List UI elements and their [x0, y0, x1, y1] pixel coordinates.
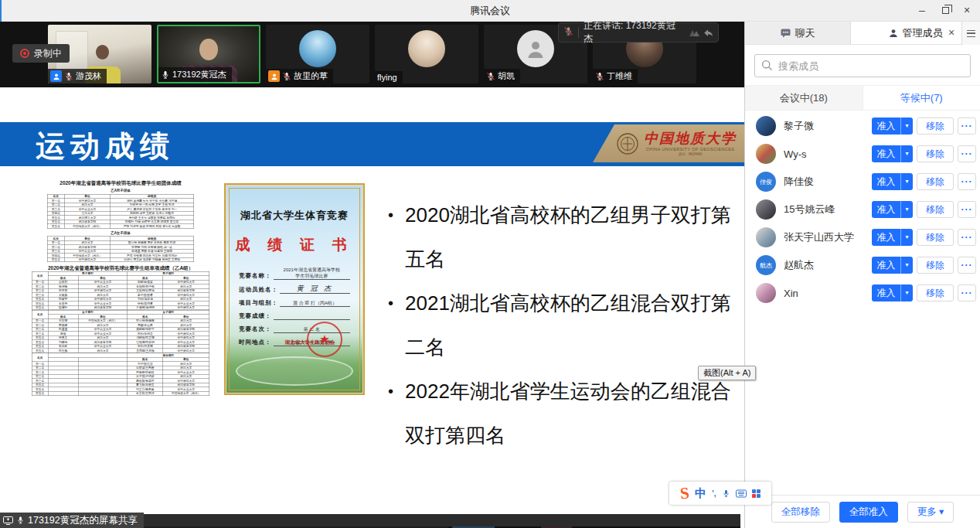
- maximize-restore-button[interactable]: [934, 0, 957, 22]
- ime-toolbar[interactable]: S 中 ’,: [669, 482, 771, 505]
- row-more-button[interactable]: ···: [958, 257, 976, 274]
- video-tile-2[interactable]: 173192黄冠杰: [157, 25, 260, 83]
- tab-chat-label: 聊天: [795, 26, 815, 40]
- member-avatar: [756, 283, 776, 303]
- ime-toolbox-icon[interactable]: [752, 489, 761, 498]
- panel-more-button[interactable]: ···: [925, 22, 944, 45]
- row-more-button[interactable]: ···: [958, 229, 976, 246]
- shared-screen-area: 游茂林173192黄冠杰故里的草flying胡凯丁维维 录制中 正在讲话: 17…: [0, 22, 744, 528]
- university-campus: 武汉 · WUHAN: [644, 152, 737, 156]
- sogou-logo-icon[interactable]: S: [679, 483, 690, 503]
- record-dot-icon: [20, 49, 29, 58]
- member-avatar: 航杰: [756, 255, 776, 275]
- remove-button[interactable]: 移除: [917, 257, 954, 274]
- certificate-field-value: 黄 冠 杰: [280, 284, 350, 294]
- tab-chat[interactable]: 聊天: [745, 22, 851, 44]
- close-button[interactable]: ×: [955, 0, 978, 22]
- participant-name-badge: 丁维维: [593, 69, 638, 83]
- bullet-item: 2022年湖北省学生运动会的乙组混合双打第四名: [386, 370, 738, 458]
- subtab-in-meeting[interactable]: 会议中(18): [745, 86, 863, 110]
- more-button[interactable]: 更多 ▾: [907, 502, 954, 523]
- remove-button[interactable]: 移除: [917, 201, 954, 218]
- window-titlebar: 腾讯会议 – ×: [0, 0, 980, 22]
- certificate-field-value: [274, 319, 351, 320]
- admit-button[interactable]: 准入▾: [872, 173, 913, 190]
- chevron-down-icon[interactable]: ▾: [900, 145, 913, 162]
- certificate-field: 运动员姓名：黄 冠 杰: [239, 284, 350, 294]
- tencent-meeting-window: 腾讯会议 – × 游茂林173192黄冠杰故里的草flying胡凯丁维维 录制中…: [0, 0, 980, 528]
- ime-language-toggle[interactable]: 中: [695, 486, 706, 501]
- ime-punctuation-toggle[interactable]: ’,: [712, 489, 716, 498]
- admit-label: 准入: [872, 231, 900, 244]
- admit-button[interactable]: 准入▾: [872, 229, 913, 246]
- admit-button[interactable]: 准入▾: [872, 201, 913, 218]
- admit-label: 准入: [872, 203, 900, 216]
- certificate-field-value: 混 合 双 打（丙A组）: [280, 301, 350, 308]
- speaking-indicator: 正在讲话: 173192黄冠杰: [558, 22, 719, 43]
- chevron-down-icon[interactable]: ▾: [900, 229, 913, 246]
- participant-name: flying: [377, 73, 397, 82]
- men-singles-doubles-table: 名次男子单打男子双打姓名单位姓名单位第一名全政烈华中农业大学胡晓/俞俊鑫华中师范…: [32, 271, 209, 310]
- member-name: 张天宇山西大学: [784, 230, 854, 244]
- remove-button[interactable]: 移除: [917, 284, 954, 301]
- chevron-down-icon[interactable]: ▾: [900, 201, 913, 218]
- remove-button[interactable]: 移除: [917, 145, 954, 162]
- admit-button[interactable]: 准入▾: [872, 257, 913, 274]
- row-more-button[interactable]: ···: [958, 284, 976, 301]
- divider: [578, 27, 579, 38]
- annotation-arrows[interactable]: [689, 27, 713, 38]
- admit-button[interactable]: 准入▾: [872, 284, 913, 301]
- table-title-team: 2020年湖北省普通高等学校羽毛球比赛学生组团体成绩: [28, 179, 213, 186]
- minimize-button[interactable]: –: [910, 0, 934, 22]
- mic-muted-icon: [595, 72, 604, 81]
- admit-all-button[interactable]: 全部准入: [839, 502, 898, 523]
- chevron-down-icon[interactable]: ▾: [900, 284, 913, 301]
- chat-bubble-icon: [781, 29, 791, 38]
- certificate-field-label: 运动员姓名：: [239, 286, 278, 294]
- participant-name: 胡凯: [498, 70, 515, 82]
- row-more-button[interactable]: ···: [958, 201, 976, 218]
- chevron-down-icon[interactable]: ▾: [900, 257, 913, 274]
- video-tile-4[interactable]: flying: [375, 25, 478, 83]
- certificate-org-title: 湖北省大学生体育竞赛: [230, 209, 359, 223]
- remove-button[interactable]: 移除: [917, 173, 954, 190]
- women-team-table: 名次单位运动员第一名武汉大学图心怡 杨慧琳 周舒 李悦然 唐蕊 陈语第二名武汉体…: [47, 237, 194, 263]
- remove-all-button[interactable]: 全部移除: [771, 502, 830, 523]
- member-row-5: 张天宇山西大学准入▾移除···: [745, 223, 980, 251]
- member-name: 黎子微: [784, 119, 814, 133]
- remove-button[interactable]: 移除: [917, 229, 954, 246]
- slide-title-banner: 运动成绩 中国地质大学 CHINA UNIVERSITY OF GEOSCIEN…: [0, 122, 744, 166]
- row-more-button[interactable]: ···: [958, 173, 976, 190]
- row-more-button[interactable]: ···: [958, 118, 976, 135]
- admit-button[interactable]: 准入▾: [872, 118, 913, 135]
- admit-button[interactable]: 准入▾: [872, 145, 913, 162]
- ime-voice-icon[interactable]: [722, 489, 730, 499]
- participant-name: 173192黄冠杰: [172, 69, 226, 80]
- member-avatar: [756, 227, 776, 247]
- university-logo-band: 中国地质大学 CHINA UNIVERSITY OF GEOSCIENCES 武…: [593, 124, 744, 162]
- women-singles-doubles-table: 名次女子单打女子双打姓名单位姓名单位第一名可欣珊中国地质大学（武汉）陈心怡/杨慧…: [32, 310, 209, 353]
- chevron-down-icon[interactable]: ▾: [900, 118, 913, 135]
- screen-share-icon: [3, 516, 13, 525]
- row-more-button[interactable]: ···: [958, 145, 976, 162]
- participant-name: 故里的草: [294, 70, 328, 82]
- mic-muted-icon: [486, 72, 495, 81]
- stadium-track-graphic: [236, 356, 353, 386]
- video-tile-3[interactable]: 故里的草: [266, 25, 369, 83]
- chevron-down-icon[interactable]: ▾: [900, 173, 913, 190]
- member-search: [754, 54, 971, 77]
- panel-close-button[interactable]: ×: [943, 22, 960, 45]
- recording-label: 录制中: [34, 47, 62, 60]
- certificate-field-label: 竞赛成绩：: [239, 312, 272, 320]
- mic-muted-icon: [563, 26, 573, 39]
- mic-on-icon: [16, 516, 25, 525]
- tab-manage-members[interactable]: 管理成员: [851, 22, 980, 44]
- remove-button[interactable]: 移除: [917, 118, 954, 135]
- reply-arrow-icon: [703, 28, 713, 38]
- member-name: 15号姚云峰: [784, 203, 835, 216]
- member-icon: [889, 29, 898, 38]
- subtab-waiting[interactable]: 等候中(7): [863, 86, 980, 110]
- ime-keyboard-icon[interactable]: [736, 489, 747, 498]
- panel-menu-button[interactable]: [961, 22, 980, 45]
- search-input[interactable]: [754, 54, 971, 77]
